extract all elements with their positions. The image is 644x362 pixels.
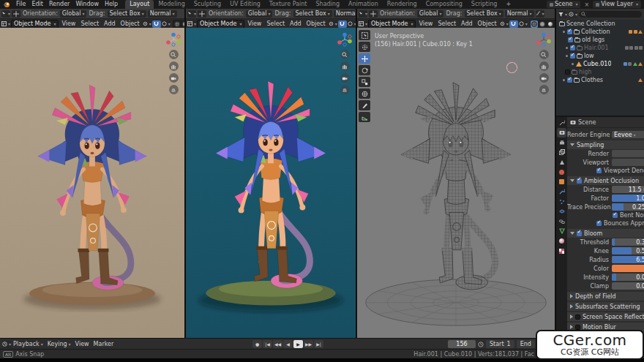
character-material-preview[interactable] bbox=[10, 28, 175, 335]
perspective-toggle-icon[interactable] bbox=[340, 85, 350, 94]
ssr-checkbox[interactable] bbox=[575, 314, 580, 320]
object-menu[interactable]: Object bbox=[119, 20, 142, 27]
view-menu[interactable]: View bbox=[245, 20, 263, 27]
tab-modeling[interactable]: Modeling bbox=[154, 0, 189, 9]
bloom-radius-slider[interactable]: 6.50 bbox=[612, 256, 644, 263]
jump-to-start-icon[interactable]: |◀ bbox=[263, 340, 272, 348]
outliner-search-input[interactable] bbox=[579, 11, 642, 18]
object-menu[interactable]: Object bbox=[304, 20, 328, 27]
move-gizmo-icon[interactable] bbox=[12, 10, 20, 18]
tab-layout[interactable]: Layout bbox=[125, 0, 154, 9]
scene-unlink-icon[interactable]: × bbox=[583, 1, 591, 8]
disclosure-dot-icon[interactable] bbox=[566, 47, 568, 49]
cursor-tool-icon[interactable] bbox=[359, 42, 370, 52]
high-checkbox[interactable] bbox=[565, 69, 570, 75]
camera-view-icon[interactable] bbox=[340, 73, 350, 83]
play-reverse-icon[interactable]: ◀ bbox=[283, 340, 293, 348]
tab-scene-icon[interactable] bbox=[558, 159, 565, 165]
ambient-occlusion-checkbox[interactable] bbox=[577, 178, 582, 184]
mode-dropdown[interactable]: Object Mode bbox=[11, 20, 59, 29]
outliner-row-cube010[interactable]: Cube.010 bbox=[556, 60, 644, 68]
drag-dropdown[interactable]: Select Box bbox=[293, 10, 332, 18]
sampling-render-field[interactable] bbox=[612, 150, 644, 157]
play-icon[interactable]: ▶ bbox=[293, 340, 303, 348]
bloom-threshold-slider[interactable]: 0.35 bbox=[612, 238, 644, 246]
shading-wireframe-icon[interactable] bbox=[531, 20, 538, 28]
snap-with-dropdown[interactable]: Normal bbox=[148, 10, 177, 18]
ao-trace-precision-slider[interactable]: 0.250 bbox=[612, 203, 644, 211]
shading-wireframe-icon[interactable] bbox=[173, 20, 181, 28]
tab-modifiers-icon[interactable] bbox=[558, 189, 565, 195]
disclosure-dot-icon[interactable] bbox=[563, 79, 565, 81]
section-sampling[interactable]: Sampling bbox=[567, 140, 644, 149]
outliner-row-clothes[interactable]: Clothes bbox=[556, 76, 644, 84]
snap-with-dropdown[interactable]: Normal bbox=[505, 10, 534, 18]
hair001-restriction-icons[interactable] bbox=[625, 46, 643, 50]
move-tool-icon[interactable] bbox=[359, 53, 370, 64]
disclosure-dot-icon[interactable] bbox=[572, 63, 574, 65]
add-menu[interactable]: Add bbox=[288, 20, 304, 27]
pivot-point-icon[interactable] bbox=[500, 20, 509, 28]
keying-menu[interactable]: Keying bbox=[45, 341, 73, 347]
orientation-dropdown[interactable]: Global bbox=[60, 10, 87, 18]
zoom-icon[interactable] bbox=[340, 50, 350, 59]
rotate-tool-icon[interactable] bbox=[359, 65, 370, 75]
tab-animation[interactable]: Animation bbox=[344, 0, 383, 9]
select-box-tool-icon[interactable] bbox=[359, 30, 370, 40]
menu-help[interactable]: Help bbox=[102, 0, 121, 9]
timeline-editor-type-icon[interactable] bbox=[2, 341, 11, 348]
bloom-checkbox[interactable] bbox=[577, 231, 582, 236]
proportional-edit-icon[interactable] bbox=[348, 20, 356, 28]
outliner-row-high[interactable]: high bbox=[556, 68, 644, 76]
axis-gizmo[interactable] bbox=[536, 31, 552, 48]
mode-dropdown[interactable]: Object Mode bbox=[368, 20, 416, 29]
bloom-knee-slider[interactable]: 0.50 bbox=[612, 247, 644, 254]
select-menu[interactable]: Select bbox=[435, 20, 458, 27]
view-menu[interactable]: View bbox=[59, 20, 78, 27]
character-rendered[interactable] bbox=[187, 28, 354, 335]
vp2-canvas[interactable] bbox=[186, 28, 356, 338]
disclosure-dot-icon[interactable] bbox=[563, 31, 565, 33]
marker-menu[interactable]: Marker bbox=[91, 341, 116, 347]
timeline-view-menu[interactable]: View bbox=[73, 341, 91, 347]
tab-uv-editing[interactable]: UV Editing bbox=[225, 0, 265, 9]
bloom-intensity-slider[interactable]: 0.05 bbox=[612, 274, 644, 281]
next-keyframe-icon[interactable]: ▶▶ bbox=[304, 340, 313, 348]
tab-material-icon[interactable] bbox=[558, 238, 565, 244]
editor-type-icon[interactable] bbox=[1, 20, 10, 28]
collection-restriction-icons[interactable] bbox=[629, 30, 643, 34]
scale-tool-icon[interactable] bbox=[359, 77, 370, 87]
vp1-canvas[interactable] bbox=[0, 28, 184, 338]
tab-object-icon[interactable] bbox=[558, 178, 565, 185]
tab-compositing[interactable]: Compositing bbox=[422, 0, 467, 9]
section-bloom[interactable]: Bloom bbox=[567, 229, 644, 238]
move-gizmo-icon[interactable] bbox=[369, 10, 378, 18]
tab-render-icon[interactable] bbox=[558, 129, 565, 136]
orientation-dropdown[interactable]: Global bbox=[246, 10, 273, 18]
playback-menu[interactable]: Playback bbox=[11, 341, 45, 347]
outliner-row-old-legs[interactable]: old legs bbox=[556, 36, 644, 44]
low-checkbox[interactable] bbox=[570, 53, 575, 59]
3d-cursor-icon[interactable] bbox=[507, 63, 517, 72]
menu-edit[interactable]: Edit bbox=[29, 0, 46, 9]
mode-dropdown[interactable]: Object Mode bbox=[197, 20, 244, 29]
shading-material-icon[interactable] bbox=[547, 20, 554, 28]
tab-physics-icon[interactable] bbox=[558, 208, 565, 215]
section-subsurface-scattering[interactable]: Subsurface Scattering bbox=[567, 302, 644, 311]
snap-magnet-icon[interactable] bbox=[509, 20, 518, 28]
ao-factor-slider[interactable]: 1.00 bbox=[612, 195, 644, 202]
tab-view-layer-icon[interactable] bbox=[558, 149, 565, 156]
collection-checkbox[interactable] bbox=[567, 29, 572, 34]
display-mode-icon[interactable] bbox=[569, 11, 577, 18]
motion-blur-checkbox[interactable] bbox=[575, 325, 580, 330]
active-tool-icon[interactable] bbox=[359, 10, 367, 18]
zoom-icon[interactable] bbox=[539, 50, 549, 59]
bloom-color-swatch[interactable] bbox=[612, 265, 644, 272]
editor-type-icon[interactable] bbox=[187, 20, 196, 28]
clothes-restriction-icons[interactable] bbox=[638, 78, 643, 82]
menu-render[interactable]: Render bbox=[46, 0, 72, 9]
section-screen-space-reflections[interactable]: Screen Space Reflections bbox=[567, 312, 644, 321]
view-menu[interactable]: View bbox=[416, 20, 435, 27]
tab-texture-icon[interactable] bbox=[558, 248, 565, 254]
tab-constraints-icon[interactable] bbox=[558, 218, 565, 225]
